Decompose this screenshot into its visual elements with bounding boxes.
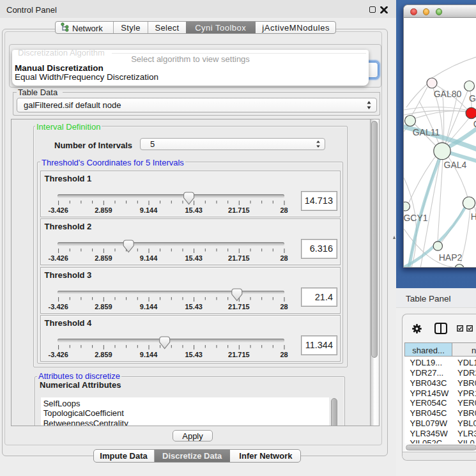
svg-text:GAL4: GAL4 <box>444 160 467 170</box>
svg-text:GAL11: GAL11 <box>413 127 440 137</box>
svg-text:HIS: HIS <box>471 211 476 222</box>
svg-text:HAP2: HAP2 <box>439 252 463 263</box>
svg-text:C: C <box>473 119 476 129</box>
svg-text:GAL8: GAL8 <box>469 93 476 104</box>
svg-text:GCY1: GCY1 <box>404 213 428 223</box>
svg-text:GAL80: GAL80 <box>434 89 462 99</box>
